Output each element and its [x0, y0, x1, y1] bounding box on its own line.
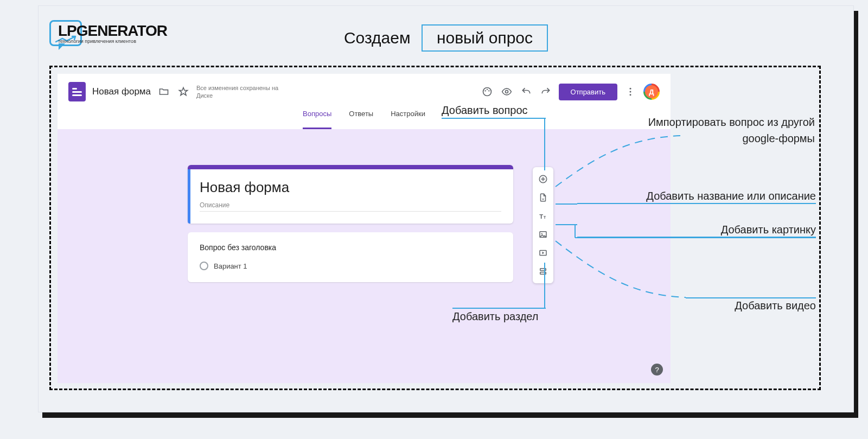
- more-icon[interactable]: [624, 85, 637, 98]
- document-title[interactable]: Новая форма: [92, 86, 151, 97]
- redo-icon[interactable]: [539, 85, 552, 98]
- slide-title-plain: Создаем: [344, 29, 411, 47]
- logo-text: LPGENERATOR: [54, 22, 167, 40]
- add-title-button[interactable]: TT: [535, 208, 551, 224]
- add-video-button[interactable]: [535, 245, 551, 260]
- svg-point-3: [488, 90, 489, 91]
- stage: LPGENERATOR технологии привлечения клиен…: [0, 0, 868, 439]
- radio-icon: [200, 262, 208, 270]
- form-header-card[interactable]: Новая форма Описание: [188, 165, 513, 224]
- slide-title-boxed: новый опрос: [422, 24, 548, 52]
- undo-icon[interactable]: [520, 85, 533, 98]
- question-card[interactable]: Вопрос без заголовка Вариант 1: [188, 232, 513, 282]
- svg-point-4: [505, 91, 508, 93]
- stage-inner: LPGENERATOR технологии привлечения клиен…: [38, 5, 854, 412]
- question-title[interactable]: Вопрос без заголовка: [200, 243, 501, 252]
- annot-add-image: Добавить картинку: [577, 224, 816, 238]
- import-question-button[interactable]: [535, 190, 551, 205]
- form-title-input[interactable]: Новая форма: [200, 179, 501, 196]
- annot-add-title: Добавить название или описание: [577, 190, 816, 204]
- svg-rect-15: [540, 272, 546, 275]
- svg-rect-14: [540, 269, 546, 271]
- tab-settings[interactable]: Настройки: [391, 110, 425, 129]
- help-icon[interactable]: ?: [651, 364, 663, 376]
- add-question-button[interactable]: [535, 171, 551, 187]
- svg-point-5: [630, 88, 631, 90]
- screenshot-frame: Новая форма Все изменения сохранены на Д…: [49, 66, 821, 390]
- option-row[interactable]: Вариант 1: [200, 262, 501, 270]
- send-button[interactable]: Отправить: [559, 84, 617, 100]
- form-description-input[interactable]: Описание: [200, 201, 501, 212]
- annot-add-section: Добавить раздел: [452, 310, 539, 323]
- gform-tabs: Вопросы Ответы Настройки: [58, 110, 671, 129]
- eye-icon[interactable]: [500, 85, 513, 98]
- svg-point-1: [484, 90, 486, 91]
- gform-canvas: Новая форма Описание Вопрос без заголовк…: [58, 129, 671, 383]
- star-icon[interactable]: [177, 85, 190, 98]
- avatar-letter: Д: [645, 85, 658, 98]
- account-avatar[interactable]: Д: [643, 84, 660, 100]
- logo-subtitle: технологии привлечения клиентов: [54, 39, 167, 44]
- folder-icon[interactable]: [157, 85, 170, 98]
- annot-add-video: Добавить видео: [686, 297, 816, 312]
- tab-questions[interactable]: Вопросы: [303, 110, 331, 129]
- google-forms-icon[interactable]: [68, 82, 86, 101]
- option-label[interactable]: Вариант 1: [214, 262, 247, 270]
- svg-point-7: [630, 94, 631, 96]
- svg-text:T: T: [544, 215, 546, 220]
- gform-header: Новая форма Все изменения сохранены на Д…: [58, 74, 671, 110]
- add-image-button[interactable]: [535, 227, 551, 242]
- svg-point-6: [630, 91, 631, 93]
- palette-icon[interactable]: [481, 85, 494, 98]
- save-status: Все изменения сохранены на Диске: [196, 84, 289, 100]
- annot-add-question: Добавить вопрос: [442, 104, 528, 117]
- svg-point-12: [541, 233, 542, 234]
- tab-answers[interactable]: Ответы: [349, 110, 373, 129]
- floating-toolbar: TT: [533, 167, 553, 283]
- add-section-button[interactable]: [535, 264, 551, 279]
- svg-text:T: T: [539, 213, 543, 220]
- svg-point-2: [486, 89, 487, 90]
- annot-import-question: Импортировать вопрос из другой google-фо…: [582, 114, 815, 147]
